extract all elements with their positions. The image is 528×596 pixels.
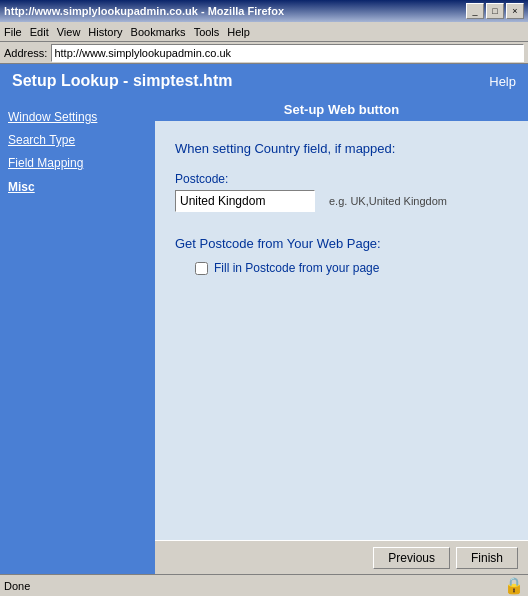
fill-postcode-checkbox[interactable]: [195, 262, 208, 275]
panel-content: When setting Country field, if mapped: P…: [155, 121, 528, 540]
sidebar-item-search-type[interactable]: Search Type: [8, 131, 147, 150]
statusbar: Done 🔒: [0, 574, 528, 596]
sidebar-item-window-settings[interactable]: Window Settings: [8, 108, 147, 127]
titlebar: http://www.simplylookupadmin.co.uk - Moz…: [0, 0, 528, 22]
button-bar: Previous Finish: [155, 540, 528, 575]
postcode-hint: e.g. UK,United Kingdom: [329, 195, 447, 207]
titlebar-buttons[interactable]: _ □ ×: [466, 3, 524, 19]
menu-help[interactable]: Help: [227, 26, 250, 38]
page-header: Setup Lookup - simptest.htm Help: [0, 64, 528, 98]
postcode-label: Postcode:: [175, 172, 508, 186]
menu-history[interactable]: History: [88, 26, 122, 38]
postcode-input[interactable]: [175, 190, 315, 212]
addressbar: Address:: [0, 42, 528, 64]
sidebar-item-field-mapping[interactable]: Field Mapping: [8, 154, 147, 173]
status-security-icon: 🔒: [504, 576, 524, 595]
postcode-row: e.g. UK,United Kingdom: [175, 190, 508, 212]
menu-view[interactable]: View: [57, 26, 81, 38]
sidebar: Window Settings Search Type Field Mappin…: [0, 98, 155, 575]
menubar: File Edit View History Bookmarks Tools H…: [0, 22, 528, 42]
getpostcode-title: Get Postcode from Your Web Page:: [175, 236, 508, 251]
help-link[interactable]: Help: [489, 74, 516, 89]
window-title: http://www.simplylookupadmin.co.uk - Moz…: [4, 5, 466, 17]
menu-file[interactable]: File: [4, 26, 22, 38]
status-text: Done: [4, 580, 500, 592]
sidebar-item-misc[interactable]: Misc: [8, 178, 147, 197]
country-section-title: When setting Country field, if mapped:: [175, 141, 508, 156]
address-label: Address:: [4, 47, 47, 59]
browser-content: Setup Lookup - simptest.htm Help Window …: [0, 64, 528, 594]
maximize-button[interactable]: □: [486, 3, 504, 19]
address-input[interactable]: [51, 44, 524, 62]
fill-postcode-row: Fill in Postcode from your page: [195, 261, 508, 275]
page-body: Window Settings Search Type Field Mappin…: [0, 98, 528, 575]
page-title: Setup Lookup - simptest.htm: [12, 72, 232, 90]
menu-bookmarks[interactable]: Bookmarks: [131, 26, 186, 38]
fill-postcode-label: Fill in Postcode from your page: [214, 261, 379, 275]
close-button[interactable]: ×: [506, 3, 524, 19]
previous-button[interactable]: Previous: [373, 547, 450, 569]
finish-button[interactable]: Finish: [456, 547, 518, 569]
panel-header: Set-up Web button: [155, 98, 528, 121]
main-panel: Set-up Web button When setting Country f…: [155, 98, 528, 575]
minimize-button[interactable]: _: [466, 3, 484, 19]
menu-edit[interactable]: Edit: [30, 26, 49, 38]
menu-tools[interactable]: Tools: [194, 26, 220, 38]
